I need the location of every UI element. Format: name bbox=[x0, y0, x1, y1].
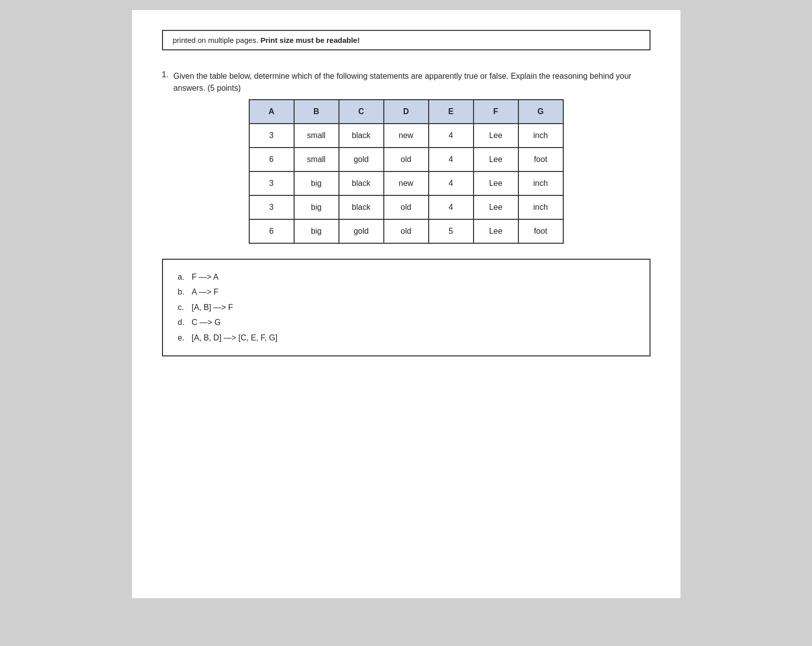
table-header-cell: E bbox=[429, 100, 474, 124]
statement-text: [A, B] —> F bbox=[192, 300, 233, 315]
table-cell: 6 bbox=[249, 148, 294, 171]
table-cell: 4 bbox=[429, 171, 474, 195]
statements-box: a.F —> Ab.A —> Fc.[A, B] —> Fd.C —> Ge.[… bbox=[162, 259, 650, 356]
table-row: 3smallblacknew4Leeinch bbox=[249, 124, 563, 148]
table-header-cell: F bbox=[474, 100, 518, 124]
table-cell: 3 bbox=[249, 171, 294, 195]
statement-label: e. bbox=[178, 330, 188, 345]
table-header-cell: D bbox=[384, 100, 429, 124]
table-cell: new bbox=[384, 171, 429, 195]
table-cell: black bbox=[339, 171, 384, 195]
table-cell: 3 bbox=[249, 195, 294, 219]
statement-item: c.[A, B] —> F bbox=[178, 300, 635, 315]
table-cell: black bbox=[339, 124, 384, 148]
table-cell: gold bbox=[339, 219, 384, 243]
table-cell: black bbox=[339, 195, 384, 219]
top-banner: printed on multiple pages. Print size mu… bbox=[162, 30, 650, 50]
table-cell: big bbox=[294, 219, 339, 243]
table-header: ABCDEFG bbox=[249, 100, 563, 124]
table-cell: gold bbox=[339, 148, 384, 171]
statement-text: A —> F bbox=[192, 285, 219, 300]
table-cell: Lee bbox=[474, 124, 518, 148]
statement-item: d.C —> G bbox=[178, 315, 635, 330]
question-number: 1. bbox=[162, 70, 168, 94]
table-cell: small bbox=[294, 148, 339, 171]
data-table: ABCDEFG 3smallblacknew4Leeinch6smallgold… bbox=[249, 99, 564, 244]
table-cell: 3 bbox=[249, 124, 294, 148]
statement-item: a.F —> A bbox=[178, 270, 635, 285]
table-cell: Lee bbox=[474, 195, 518, 219]
table-cell: new bbox=[384, 124, 429, 148]
question-container: 1. Given the table below, determine whic… bbox=[162, 70, 650, 356]
statement-text: C —> G bbox=[192, 315, 221, 330]
table-cell: Lee bbox=[474, 219, 518, 243]
table-cell: old bbox=[384, 148, 429, 171]
table-cell: 5 bbox=[429, 219, 474, 243]
table-cell: Lee bbox=[474, 171, 518, 195]
table-cell: small bbox=[294, 124, 339, 148]
table-cell: 4 bbox=[429, 148, 474, 171]
banner-bold-text: Print size must be readable! bbox=[260, 36, 359, 44]
table-row: 6biggoldold5Leefoot bbox=[249, 219, 563, 243]
table-header-cell: A bbox=[249, 100, 294, 124]
page: printed on multiple pages. Print size mu… bbox=[132, 10, 680, 598]
table-row: 3bigblacknew4Leeinch bbox=[249, 171, 563, 195]
banner-text: printed on multiple pages. bbox=[173, 36, 261, 44]
table-row: 6smallgoldold4Leefoot bbox=[249, 148, 563, 171]
table-cell: inch bbox=[518, 171, 563, 195]
table-cell: 4 bbox=[429, 124, 474, 148]
table-cell: foot bbox=[518, 148, 563, 171]
table-header-cell: C bbox=[339, 100, 384, 124]
table-cell: inch bbox=[518, 195, 563, 219]
statement-item: b.A —> F bbox=[178, 285, 635, 300]
table-cell: old bbox=[384, 219, 429, 243]
header-row: ABCDEFG bbox=[249, 100, 563, 124]
statement-text: [A, B, D] —> [C, E, F, G] bbox=[192, 330, 278, 345]
statement-label: d. bbox=[178, 315, 188, 330]
table-cell: 4 bbox=[429, 195, 474, 219]
statement-label: b. bbox=[178, 285, 188, 300]
table-wrapper: ABCDEFG 3smallblacknew4Leeinch6smallgold… bbox=[162, 99, 650, 244]
statement-label: a. bbox=[178, 270, 188, 285]
table-cell: inch bbox=[518, 124, 563, 148]
table-cell: old bbox=[384, 195, 429, 219]
table-header-cell: B bbox=[294, 100, 339, 124]
table-cell: big bbox=[294, 171, 339, 195]
table-cell: big bbox=[294, 195, 339, 219]
question-text: Given the table below, determine which o… bbox=[173, 70, 650, 94]
table-cell: foot bbox=[518, 219, 563, 243]
table-body: 3smallblacknew4Leeinch6smallgoldold4Leef… bbox=[249, 124, 563, 243]
statement-text: F —> A bbox=[192, 270, 219, 285]
table-row: 3bigblackold4Leeinch bbox=[249, 195, 563, 219]
table-header-cell: G bbox=[518, 100, 563, 124]
statement-item: e.[A, B, D] —> [C, E, F, G] bbox=[178, 330, 635, 345]
table-cell: 6 bbox=[249, 219, 294, 243]
table-cell: Lee bbox=[474, 148, 518, 171]
statement-label: c. bbox=[178, 300, 188, 315]
